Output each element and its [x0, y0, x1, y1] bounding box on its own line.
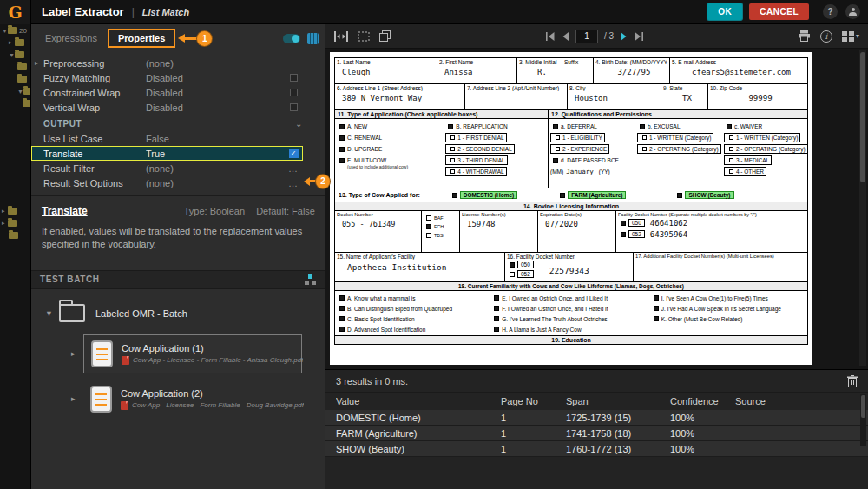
expander-icon[interactable]: ▼	[9, 52, 15, 58]
form-field-label: 1. Last Name	[337, 59, 435, 65]
tree-node[interactable]: ▼	[0, 85, 30, 97]
document-item[interactable]: Cow Application (2) Cow App - Licensee -…	[83, 380, 311, 418]
node-tree-strip[interactable]: ▼20 ▸ ▼ ▼ ▸ ▸	[0, 24, 31, 489]
expander-icon[interactable]: ▸	[2, 208, 8, 215]
info-icon[interactable]: i	[820, 30, 832, 43]
tree-node[interactable]: ▸	[0, 205, 30, 217]
trash-icon[interactable]	[847, 375, 858, 387]
property-row-result-set-options[interactable]: Result Set Options (none) …	[31, 175, 303, 190]
results-scrollbar[interactable]	[860, 394, 866, 446]
checkbox-icon[interactable]	[290, 89, 298, 96]
expander-icon[interactable]: ▼	[2, 28, 8, 34]
property-label: Constrained Wrap	[43, 88, 146, 98]
document-page[interactable]: 1. Last NameCleugh 2. First NameAnissa 3…	[330, 52, 812, 365]
help-default: Default: False	[256, 206, 315, 216]
property-value: True	[146, 149, 284, 159]
expander-icon[interactable]: ▼	[17, 89, 23, 95]
checkbox-icon[interactable]	[290, 103, 298, 111]
tree-node[interactable]: ▼20	[0, 24, 30, 36]
tree-node[interactable]: ▸	[0, 217, 30, 229]
property-row-fuzzy-matching[interactable]: Fuzzy Matching Disabled	[31, 70, 303, 85]
tab-properties[interactable]: Properties	[108, 29, 175, 48]
expander-icon[interactable]: ▸	[35, 59, 38, 67]
column-header[interactable]: Page No	[501, 396, 566, 406]
document-item-selected[interactable]: Cow Application (1) Cow App - Licensee -…	[83, 334, 302, 373]
results-summary: 3 results in 0 ms.	[336, 376, 408, 387]
form-code-box: 050	[517, 261, 534, 268]
vertical-scrollbar[interactable]	[859, 50, 866, 366]
checkbox-icon	[621, 232, 626, 237]
help-title: Translate	[42, 205, 88, 217]
batch-folder-row[interactable]: ▼ Labeled OMR - Batch	[45, 300, 326, 327]
column-header[interactable]: Source	[735, 396, 858, 406]
checkbox-icon[interactable]	[290, 74, 298, 82]
property-row-result-filter[interactable]: Result Filter (none) …	[31, 161, 303, 175]
grid-view-icon[interactable]	[307, 33, 319, 44]
expander-icon[interactable]: ▼	[45, 309, 59, 318]
column-header[interactable]: Confidence	[670, 396, 735, 406]
expander-icon[interactable]: ▸	[2, 220, 8, 227]
tree-node[interactable]	[0, 73, 30, 85]
checkbox-icon	[339, 306, 345, 311]
checkbox-icon	[654, 295, 659, 301]
property-row-use-list-case[interactable]: Use List Case False	[31, 131, 303, 146]
test-batch-tree: ▼ Labeled OMR - Batch ▸ Cow Application …	[31, 289, 326, 418]
output-section-header[interactable]: OUTPUT ⌄	[31, 116, 326, 131]
marquee-select-icon[interactable]	[358, 31, 370, 42]
toggle-icon[interactable]	[283, 34, 300, 43]
callout-2: 2	[304, 174, 330, 188]
ok-button[interactable]: OK	[707, 3, 742, 20]
form-field-value: TX	[663, 94, 706, 102]
previous-page-icon[interactable]	[562, 32, 569, 41]
tree-node[interactable]	[0, 97, 30, 109]
property-row-vertical-wrap[interactable]: Vertical Wrap Disabled	[31, 100, 303, 115]
property-row-preprocessing[interactable]: ▸ Preprocessing (none)	[31, 56, 303, 70]
document-canvas[interactable]: 1. Last NameCleugh 2. First NameAnissa 3…	[326, 49, 868, 369]
checked-checkbox-icon[interactable]: ✓	[289, 149, 299, 158]
tab-expressions[interactable]: Expressions	[45, 33, 97, 43]
checkbox-icon	[654, 316, 659, 321]
pages-stack-icon[interactable]	[379, 30, 391, 42]
cancel-button[interactable]: CANCEL	[749, 3, 809, 20]
ellipsis-icon[interactable]: …	[288, 165, 299, 172]
print-icon[interactable]	[798, 30, 811, 42]
result-row[interactable]: SHOW (Beauty) 1 1760-1772 (13) 100%	[326, 441, 868, 457]
result-row[interactable]: FARM (Agriculture) 1 1741-1758 (18) 100%	[326, 426, 868, 441]
chevron-down-icon[interactable]: ⌄	[295, 119, 303, 129]
tree-node[interactable]: ▼	[0, 49, 30, 61]
column-header[interactable]: Span	[566, 396, 670, 406]
person-silhouette-icon	[849, 8, 857, 16]
folder-icon	[15, 39, 24, 46]
form-option-label: F. I Owned an Ostrich Once, and I Hated …	[502, 306, 608, 312]
form-content: 1. Last NameCleugh 2. First NameAnissa 3…	[334, 57, 808, 345]
expander-icon[interactable]: ▸	[71, 349, 83, 358]
batch-hierarchy-icon[interactable]	[305, 274, 317, 285]
ellipsis-icon[interactable]: …	[288, 180, 299, 187]
last-page-icon[interactable]	[634, 32, 644, 41]
tree-node[interactable]	[0, 61, 30, 73]
fit-width-icon[interactable]	[334, 31, 348, 42]
app-window: G Label Extractor | List Match OK CANCEL…	[0, 0, 868, 489]
callout-line	[185, 37, 197, 40]
first-page-icon[interactable]	[545, 32, 556, 41]
page-number-input[interactable]: 1	[575, 30, 598, 43]
tree-node[interactable]: ▸	[0, 36, 30, 49]
tree-node[interactable]	[0, 229, 30, 241]
document-viewer: 1 / 3 i ▾	[326, 24, 868, 489]
page-title: Label Extractor	[42, 5, 124, 18]
result-row[interactable]: DOMESTIC (Home) 1 1725-1739 (15) 100%	[326, 410, 868, 426]
expander-icon[interactable]: ▸	[9, 39, 15, 46]
help-icon[interactable]: ?	[823, 4, 838, 19]
form-option-label: d. DATE PASSED BCE	[561, 157, 619, 163]
document-filename: Cow App - Licensee - Form Fillable - Dou…	[132, 401, 304, 409]
checkbox-icon	[642, 147, 647, 151]
expander-icon[interactable]: ▸	[71, 394, 83, 403]
next-page-icon[interactable]	[620, 32, 628, 41]
column-header[interactable]: Value	[336, 396, 501, 406]
property-row-translate[interactable]: Translate True ✓	[31, 146, 303, 161]
property-row-constrained-wrap[interactable]: Constrained Wrap Disabled	[31, 85, 303, 100]
scrollbar-thumb[interactable]	[860, 52, 865, 182]
view-layout-icon[interactable]: ▾	[842, 31, 859, 42]
user-icon[interactable]	[845, 4, 860, 19]
form-field-label: 5. E-mail Address	[672, 59, 806, 65]
